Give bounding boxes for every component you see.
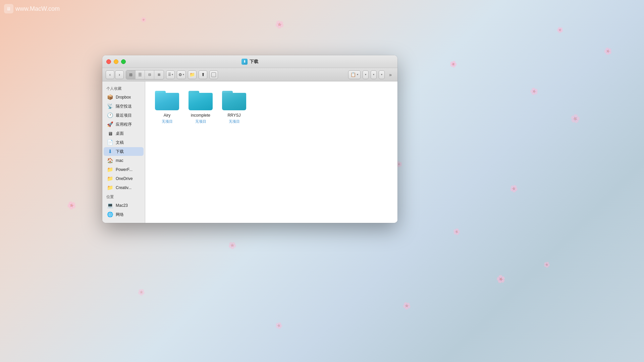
forward-button[interactable]: › bbox=[115, 70, 124, 79]
file-item-airy[interactable]: Airy 无项目 bbox=[152, 88, 182, 127]
view-group: ⊞ ☰ ⊟ ⊠ bbox=[126, 70, 164, 79]
sort-button-4[interactable]: ▾ bbox=[379, 70, 385, 79]
tag-button[interactable] bbox=[209, 70, 218, 79]
more-button[interactable]: » bbox=[387, 71, 394, 78]
file-subtitle-rrysj: 无项目 bbox=[229, 119, 240, 124]
sidebar-item-network[interactable]: 🌐 网络 bbox=[104, 210, 144, 219]
settings-icon: ⚙ bbox=[178, 72, 182, 77]
sidebar-item-applications[interactable]: 🚀 应用程序 bbox=[104, 120, 144, 129]
settings-button[interactable]: ⚙ ▾ bbox=[177, 70, 186, 79]
sort-button-3[interactable]: ▾ bbox=[371, 70, 377, 79]
recents-icon: 🕐 bbox=[107, 112, 113, 118]
back-icon: ‹ bbox=[109, 72, 111, 77]
sort-chevron-3: ▾ bbox=[373, 73, 374, 76]
nav-group: ‹ › bbox=[106, 70, 124, 79]
sidebar-item-documents[interactable]: 📄 文稿 bbox=[104, 138, 144, 147]
powerf-icon: 📁 bbox=[107, 167, 113, 173]
sidebar: 个人收藏 📦 Dropbox 📡 隔空投送 🕐 最近项目 🚀 应用程序 🖥 桌面 bbox=[102, 81, 145, 223]
group-chevron: ▾ bbox=[172, 73, 173, 76]
mac-icon: 🏠 bbox=[107, 158, 113, 164]
sidebar-item-label-airdrop: 隔空投送 bbox=[116, 104, 132, 109]
sort-button-2[interactable]: ▾ bbox=[363, 70, 369, 79]
view-grid-button[interactable]: ⊞ bbox=[126, 70, 136, 79]
folder-icon-incomplete bbox=[189, 91, 213, 110]
sidebar-item-label-onedrive: OneDrive bbox=[116, 176, 133, 181]
toolbar-end-group: 📋 ▾ ▾ ▾ ▾ » bbox=[348, 70, 394, 79]
watermark: 🖥 www.MacW.com bbox=[4, 4, 60, 13]
sidebar-item-label-documents: 文稿 bbox=[116, 140, 124, 145]
onedrive-icon: 📁 bbox=[107, 176, 113, 182]
sort-chevron-2: ▾ bbox=[365, 73, 366, 76]
sidebar-item-powerf[interactable]: 📁 PowerF... bbox=[104, 165, 144, 174]
file-grid: Airy 无项目 incomplete 无项目 bbox=[152, 88, 391, 127]
settings-chevron: ▾ bbox=[183, 73, 184, 76]
sidebar-section-locations: 位置 bbox=[102, 192, 145, 201]
sidebar-item-label-network: 网络 bbox=[116, 212, 124, 218]
share-icon: ⬆ bbox=[201, 72, 205, 77]
tag-icon bbox=[211, 72, 216, 77]
file-area: Airy 无项目 incomplete 无项目 bbox=[145, 81, 397, 223]
sort-button-1[interactable]: 📋 ▾ bbox=[348, 70, 361, 79]
file-item-incomplete[interactable]: incomplete 无项目 bbox=[185, 88, 216, 127]
sidebar-item-desktop[interactable]: 🖥 桌面 bbox=[104, 129, 144, 138]
sidebar-item-label-mac: mac bbox=[116, 158, 123, 163]
group-button[interactable]: ⠿ ▾ bbox=[166, 70, 175, 79]
downloads-icon: ⬇ bbox=[107, 148, 113, 155]
file-name-rrysj: RRYSJ bbox=[227, 113, 240, 118]
documents-icon: 📄 bbox=[107, 139, 113, 145]
sidebar-item-label-applications: 应用程序 bbox=[116, 122, 132, 127]
network-icon: 🌐 bbox=[107, 212, 113, 218]
finder-window: ⬇ 下载 ‹ › ⊞ ☰ ⊟ ⊠ bbox=[102, 55, 397, 223]
creative-icon: 📁 bbox=[107, 185, 113, 191]
sidebar-item-recents[interactable]: 🕐 最近项目 bbox=[104, 111, 144, 120]
dropbox-icon: 📦 bbox=[107, 94, 113, 100]
close-button[interactable] bbox=[106, 59, 111, 64]
new-folder-icon: 📁 bbox=[190, 72, 195, 77]
forward-icon: › bbox=[119, 72, 120, 77]
applications-icon: 🚀 bbox=[107, 121, 113, 127]
view-column-button[interactable]: ⊟ bbox=[145, 70, 154, 79]
window-title: 下载 bbox=[250, 59, 258, 65]
file-subtitle-incomplete: 无项目 bbox=[195, 119, 206, 124]
sidebar-item-mac[interactable]: 🏠 mac bbox=[104, 156, 144, 165]
window-title-group: ⬇ 下载 bbox=[241, 59, 258, 65]
toolbar: ‹ › ⊞ ☰ ⊟ ⊠ ⠿ ▾ ⚙ ▾ bbox=[102, 68, 397, 81]
mac23-icon: 💻 bbox=[107, 202, 113, 208]
sort-icon-1: 📋 bbox=[351, 72, 356, 77]
new-folder-button[interactable]: 📁 bbox=[188, 70, 197, 79]
title-bar: ⬇ 下载 bbox=[102, 55, 397, 68]
sidebar-item-dropbox[interactable]: 📦 Dropbox bbox=[104, 93, 144, 102]
sidebar-item-airdrop[interactable]: 📡 隔空投送 bbox=[104, 102, 144, 111]
maximize-button[interactable] bbox=[121, 59, 126, 64]
file-item-rrysj[interactable]: RRYSJ 无项目 bbox=[219, 88, 249, 127]
sidebar-item-label-recents: 最近项目 bbox=[116, 113, 132, 118]
sidebar-item-mac23[interactable]: 💻 Mac23 bbox=[104, 201, 144, 210]
view-list-button[interactable]: ☰ bbox=[136, 70, 145, 79]
sidebar-item-label-desktop: 桌面 bbox=[116, 131, 124, 136]
sidebar-item-label-downloads: 下载 bbox=[116, 149, 124, 155]
sort-chevron-1: ▾ bbox=[357, 73, 358, 76]
title-folder-icon: ⬇ bbox=[241, 59, 248, 65]
sidebar-item-label-dropbox: Dropbox bbox=[116, 95, 131, 100]
view-gallery-button[interactable]: ⊠ bbox=[154, 70, 164, 79]
back-button[interactable]: ‹ bbox=[106, 70, 114, 79]
sidebar-item-downloads[interactable]: ⬇ 下载 bbox=[104, 147, 144, 156]
folder-icon-rrysj bbox=[222, 91, 246, 110]
folder-icon-airy bbox=[155, 91, 179, 110]
file-name-airy: Airy bbox=[164, 113, 171, 118]
content-area: 个人收藏 📦 Dropbox 📡 隔空投送 🕐 最近项目 🚀 应用程序 🖥 桌面 bbox=[102, 81, 397, 223]
view-grid-icon: ⊞ bbox=[129, 72, 132, 77]
sidebar-item-creative[interactable]: 📁 Creativ... bbox=[104, 183, 144, 192]
traffic-lights bbox=[106, 59, 126, 64]
view-column-icon: ⊟ bbox=[148, 73, 151, 76]
more-icon: » bbox=[389, 72, 392, 77]
sidebar-section-favorites: 个人收藏 bbox=[102, 84, 145, 93]
sidebar-item-label-powerf: PowerF... bbox=[116, 167, 132, 172]
file-name-incomplete: incomplete bbox=[191, 113, 210, 118]
sidebar-item-label-mac23: Mac23 bbox=[116, 203, 128, 208]
share-button[interactable]: ⬆ bbox=[199, 70, 207, 79]
sidebar-item-onedrive[interactable]: 📁 OneDrive bbox=[104, 174, 144, 183]
desktop-icon: 🖥 bbox=[107, 130, 113, 136]
sort-chevron-4: ▾ bbox=[381, 73, 382, 76]
minimize-button[interactable] bbox=[114, 59, 118, 64]
